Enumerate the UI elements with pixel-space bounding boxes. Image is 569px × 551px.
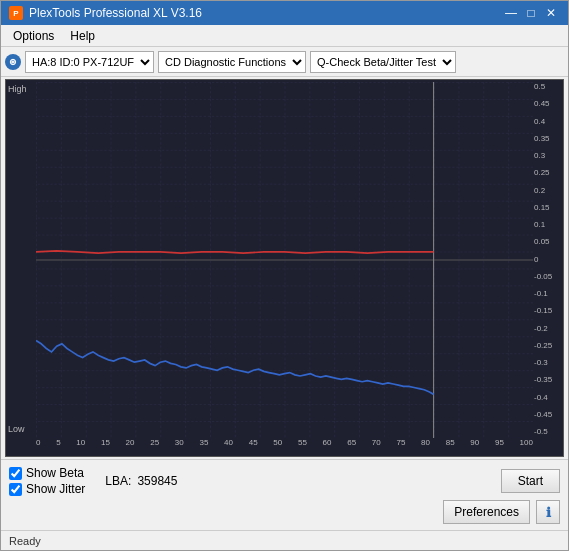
lba-label: LBA: <box>105 474 131 488</box>
y-label-15: -0.25 <box>534 341 552 350</box>
maximize-button[interactable]: □ <box>522 5 540 21</box>
x-30: 30 <box>175 438 184 447</box>
y-axis-right: 0.5 0.45 0.4 0.35 0.3 0.25 0.2 0.15 0.1 … <box>534 82 562 436</box>
y-label-17: -0.35 <box>534 375 552 384</box>
info-button[interactable]: ℹ <box>536 500 560 524</box>
show-beta-checkbox[interactable] <box>9 467 22 480</box>
x-10: 10 <box>76 438 85 447</box>
show-jitter-checkbox[interactable] <box>9 483 22 496</box>
x-0: 0 <box>36 438 40 447</box>
y-label-0: 0.5 <box>534 82 545 91</box>
close-button[interactable]: ✕ <box>542 5 560 21</box>
menu-bar: Options Help <box>1 25 568 47</box>
x-35: 35 <box>199 438 208 447</box>
preferences-button[interactable]: Preferences <box>443 500 530 524</box>
bottom-row1: Show Beta Show Jitter LBA: 359845 Start <box>9 466 560 496</box>
x-50: 50 <box>273 438 282 447</box>
chart-svg <box>36 82 533 438</box>
x-15: 15 <box>101 438 110 447</box>
device-select[interactable]: HA:8 ID:0 PX-712UF <box>25 51 154 73</box>
menu-help[interactable]: Help <box>62 27 103 45</box>
y-label-18: -0.4 <box>534 393 548 402</box>
title-bar: P PlexTools Professional XL V3.16 — □ ✕ <box>1 1 568 25</box>
y-label-12: -0.1 <box>534 289 548 298</box>
show-jitter-label: Show Jitter <box>26 482 85 496</box>
show-jitter-row: Show Jitter <box>9 482 85 496</box>
x-60: 60 <box>323 438 332 447</box>
x-100: 100 <box>520 438 533 447</box>
x-20: 20 <box>126 438 135 447</box>
title-bar-controls: — □ ✕ <box>502 5 560 21</box>
status-text: Ready <box>9 535 41 547</box>
y-low-label: Low <box>8 424 25 434</box>
menu-options[interactable]: Options <box>5 27 62 45</box>
minimize-button[interactable]: — <box>502 5 520 21</box>
x-25: 25 <box>150 438 159 447</box>
checkboxes: Show Beta Show Jitter <box>9 466 85 496</box>
y-label-20: -0.5 <box>534 427 548 436</box>
chart-wrapper: High Low 0.5 0.45 0.4 0.35 0.3 0.25 0.2 … <box>5 79 564 457</box>
bottom-row2: Preferences ℹ <box>9 500 560 524</box>
y-label-7: 0.15 <box>534 203 550 212</box>
x-95: 95 <box>495 438 504 447</box>
device-icon: ⊛ <box>5 54 21 70</box>
show-beta-label: Show Beta <box>26 466 84 480</box>
info-icon: ℹ <box>546 505 551 520</box>
y-label-11: -0.05 <box>534 272 552 281</box>
y-label-19: -0.45 <box>534 410 552 419</box>
x-40: 40 <box>224 438 233 447</box>
y-label-16: -0.3 <box>534 358 548 367</box>
y-label-6: 0.2 <box>534 186 545 195</box>
y-label-14: -0.2 <box>534 324 548 333</box>
y-high-label: High <box>8 84 27 94</box>
x-55: 55 <box>298 438 307 447</box>
window-title: PlexTools Professional XL V3.16 <box>29 6 202 20</box>
x-85: 85 <box>446 438 455 447</box>
status-bar: Ready <box>1 530 568 550</box>
toolbar: ⊛ HA:8 ID:0 PX-712UF CD Diagnostic Funct… <box>1 47 568 77</box>
function-select[interactable]: CD Diagnostic Functions <box>158 51 306 73</box>
x-45: 45 <box>249 438 258 447</box>
x-80: 80 <box>421 438 430 447</box>
y-label-8: 0.1 <box>534 220 545 229</box>
app-icon: P <box>9 6 23 20</box>
x-65: 65 <box>347 438 356 447</box>
x-75: 75 <box>396 438 405 447</box>
lba-value: 359845 <box>137 474 177 488</box>
title-bar-left: P PlexTools Professional XL V3.16 <box>9 6 202 20</box>
show-beta-row: Show Beta <box>9 466 85 480</box>
x-axis: 0 5 10 15 20 25 30 35 40 45 50 55 60 65 … <box>36 438 533 456</box>
y-label-13: -0.15 <box>534 306 552 315</box>
test-select[interactable]: Q-Check Beta/Jitter Test <box>310 51 456 73</box>
x-90: 90 <box>470 438 479 447</box>
y-label-9: 0.05 <box>534 237 550 246</box>
main-window: P PlexTools Professional XL V3.16 — □ ✕ … <box>0 0 569 551</box>
y-label-3: 0.35 <box>534 134 550 143</box>
x-5: 5 <box>56 438 60 447</box>
y-label-10: 0 <box>534 255 538 264</box>
start-button[interactable]: Start <box>501 469 560 493</box>
y-label-2: 0.4 <box>534 117 545 126</box>
y-label-5: 0.25 <box>534 168 550 177</box>
lba-section: LBA: 359845 <box>105 474 177 488</box>
x-70: 70 <box>372 438 381 447</box>
y-label-4: 0.3 <box>534 151 545 160</box>
bottom-panel: Show Beta Show Jitter LBA: 359845 Start … <box>1 459 568 530</box>
y-label-1: 0.45 <box>534 99 550 108</box>
